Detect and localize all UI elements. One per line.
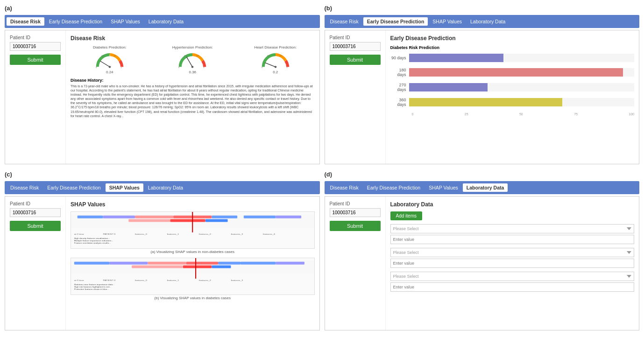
svg-text:PATIENT 0: PATIENT 0 [103,233,115,235]
tab-a-shap[interactable]: SHAP Values [107,17,144,26]
lab-input-1[interactable] [390,235,635,244]
svg-text:0.3: 0.3 [184,55,187,57]
shap-chart-b: at 0 time PATIENT 0 features_0 features_… [71,258,315,295]
shap-section-a: at 0 time PATIENT 0 features_0 features_… [71,211,315,254]
panel-a-history-text: This is a 72-year-old male who is a non-… [71,84,315,118]
svg-text:at 0 time: at 0 time [74,279,84,281]
panel-d-tabbar: Disease Risk Early Disease Prediction SH… [325,181,640,194]
tab-b-shap[interactable]: SHAP Values [429,17,466,26]
shap-chart-a: at 0 time PATIENT 0 features_0 features_… [71,211,315,249]
panel-b-body: Patient ID Submit Early Disease Predicti… [325,30,639,164]
gauge-hypertension-label: Hypertension Prediction: [154,45,232,49]
tab-c-lab[interactable]: Laboratory Data [144,183,187,192]
svg-rect-50 [74,262,109,265]
bar-label-90: 90 days [390,56,409,60]
svg-point-20 [275,66,276,68]
svg-rect-52 [212,266,231,268]
tab-b-disease-risk[interactable]: Disease Risk [326,17,362,26]
gauge-diabetes: Diabetes Prediction: [71,45,149,74]
bar-fill-180 [409,68,623,77]
panel-a-gauges: Diabetes Prediction: [71,45,315,74]
chart-axis: 0 25 50 75 100 [390,112,635,116]
panel-d-inner: Patient ID Submit Laboratory Data Add it… [325,196,640,330]
tab-c-disease-risk[interactable]: Disease Risk [7,183,42,192]
axis-75: 75 [574,112,578,116]
tab-a-lab[interactable]: Laboratory Data [145,17,187,26]
panel-c-body: Patient ID Submit SHAP Values [5,197,319,330]
panel-c-right: SHAP Values [66,197,319,330]
bar-row-360: 360 days [390,98,635,107]
panel-a-submit[interactable]: Submit [10,55,61,65]
svg-rect-31 [128,219,170,222]
lab-select-2[interactable]: Please Select [390,248,635,257]
gauge-diabetes-label: Diabetes Prediction: [71,45,149,49]
svg-text:features_0: features_0 [135,279,147,281]
panel-a-tabbar: Disease Risk Early Disease Prediction SH… [5,15,320,28]
bar-track-180 [409,68,635,77]
tab-c-shap[interactable]: SHAP Values [106,183,143,192]
gauge-heart: Heart Disease Prediction: 0 0.3 0.7 1 [236,45,315,74]
bar-label-270: 270 days [390,83,409,92]
bar-label-180: 180 days [390,68,409,77]
panel-a-title: Disease Risk [71,35,315,42]
svg-text:features_2: features_2 [199,279,211,281]
lab-row-3: Please Select [390,272,635,292]
bar-fill-360 [409,98,562,106]
panel-d-pid-input[interactable] [330,208,381,217]
svg-text:Multiple feature importance in: Multiple feature importance indicators..… [74,240,113,242]
svg-rect-47 [109,262,148,265]
svg-rect-46 [148,262,186,265]
shap-caption-b: (b) Visualizing SHAP values in diabetes … [71,296,315,300]
tab-a-early-disease[interactable]: Early Disease Prediction [45,17,106,26]
tab-d-disease-risk[interactable]: Disease Risk [326,183,362,192]
panel-a-pid-input[interactable] [10,42,61,51]
shap-section-b: at 0 time PATIENT 0 features_0 features_… [71,258,315,300]
panel-d-title: Laboratory Data [390,201,635,208]
panel-b-title: Early Disease Prediction [390,35,635,42]
svg-text:0: 0 [262,67,262,69]
panel-d-sidebar: Patient ID Submit [325,197,386,330]
tab-d-shap[interactable]: SHAP Values [425,183,462,192]
tab-b-early-disease[interactable]: Early Disease Prediction [363,17,428,26]
panel-d-submit[interactable]: Submit [330,221,381,231]
svg-text:features_3: features_3 [231,279,243,281]
svg-text:features_3: features_3 [231,233,243,235]
lab-input-3[interactable] [390,282,635,292]
axis-100: 100 [629,112,634,116]
svg-rect-30 [205,219,228,222]
lab-select-3[interactable]: Please Select [390,272,635,281]
panel-b-tabbar: Disease Risk Early Disease Prediction SH… [325,15,640,28]
gauge-heart-label: Heart Disease Prediction: [236,45,315,49]
tab-c-early-disease[interactable]: Early Disease Prediction [43,183,104,192]
panel-b-submit[interactable]: Submit [330,55,381,65]
add-items-button[interactable]: Add items [390,211,422,220]
gauge-hypertension-value: 0.36 [154,70,232,74]
svg-text:0.7: 0.7 [114,55,116,57]
tab-d-lab[interactable]: Laboratory Data [463,183,508,192]
panel-a-history-label: Disease History: [71,78,315,83]
panel-d-label: (d) [325,171,333,178]
svg-text:features_1: features_1 [167,279,179,281]
svg-line-19 [265,63,276,67]
svg-rect-27 [276,216,301,218]
svg-rect-49 [276,262,304,265]
panel-b-label: (b) [325,5,333,12]
tab-b-lab[interactable]: Laboratory Data [467,17,509,26]
panel-a-label: (a) [5,5,12,12]
panel-b-inner: Patient ID Submit Early Disease Predicti… [325,30,640,164]
panel-c-submit[interactable]: Submit [10,221,61,231]
panel-a-sidebar: Patient ID Submit [5,30,66,164]
panel-c: (c) Disease Risk Early Disease Predictio… [5,171,320,332]
tab-a-disease-risk[interactable]: Disease Risk [7,17,44,26]
gauge-heart-value: 0.2 [236,70,315,74]
svg-text:High risk features highlighted: High risk features highlighted in red... [74,286,111,288]
panel-b-pid-input[interactable] [330,42,381,51]
tab-d-early-disease[interactable]: Early Disease Prediction [363,183,424,192]
svg-text:0.7: 0.7 [280,55,282,57]
gauge-diabetes-svg: 0 0.3 0.7 1 [93,50,126,69]
panel-c-pid-input[interactable] [10,208,61,217]
lab-input-2[interactable] [390,259,635,268]
lab-select-1[interactable]: Please Select [390,224,635,233]
svg-rect-29 [170,219,205,222]
gauge-hypertension-svg: 0 0.3 0.7 1 [176,50,209,69]
